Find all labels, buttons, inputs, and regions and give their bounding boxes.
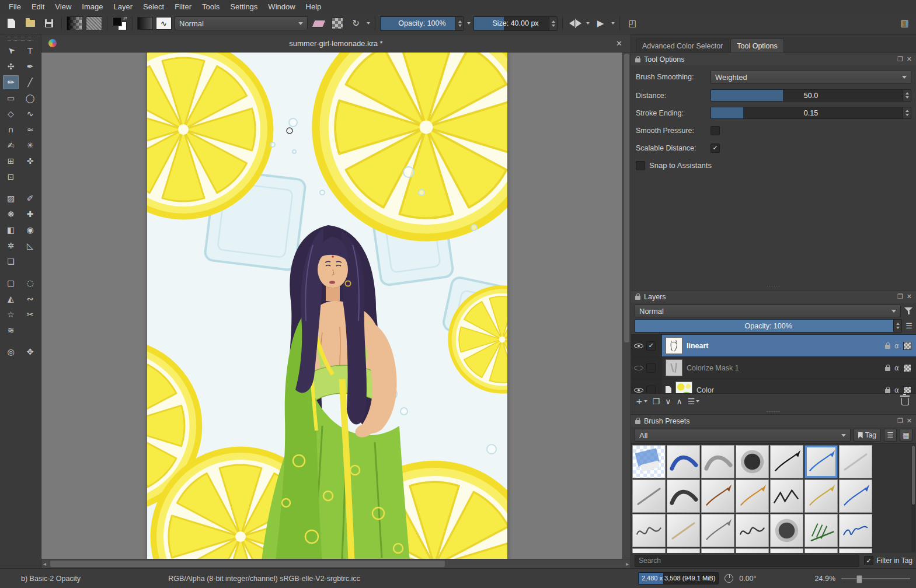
menu-tools[interactable]: Tools: [197, 1, 225, 12]
menu-filter[interactable]: Filter: [169, 1, 197, 12]
polygon-tool[interactable]: ◇: [3, 107, 19, 121]
inherit-alpha-icon[interactable]: α: [894, 342, 899, 350]
line-tool[interactable]: ╱: [22, 75, 38, 89]
distance-slider[interactable]: 50.0: [710, 89, 911, 102]
brush-preset-thumbnail[interactable]: [667, 548, 700, 553]
layer-lock-icon[interactable]: [885, 367, 890, 371]
similar-color-select-tool[interactable]: ☆: [3, 307, 19, 321]
layer-properties-icon[interactable]: ☰: [905, 321, 912, 330]
zoom-slider[interactable]: [841, 575, 910, 583]
layer-checkbox[interactable]: [646, 386, 656, 394]
pattern-edit-tool[interactable]: ❋: [3, 207, 19, 221]
select-shapes-tool[interactable]: ➤: [3, 44, 19, 58]
current-preset-name[interactable]: b) Basic-2 Opacity: [21, 575, 81, 583]
swap-colors-icon[interactable]: ⇄: [123, 16, 127, 21]
freehand-select-tool[interactable]: ∾: [22, 292, 38, 306]
menu-layer[interactable]: Layer: [108, 1, 138, 12]
smooth-pressure-checkbox[interactable]: [710, 126, 720, 135]
tag-button[interactable]: Tag: [854, 429, 881, 442]
layer-row-color[interactable]: Colorα: [631, 379, 916, 394]
menu-window[interactable]: Window: [263, 1, 300, 12]
brush-preset-thumbnail[interactable]: [839, 548, 872, 553]
crop-tool[interactable]: ⊡: [3, 170, 19, 184]
multibrush-tool[interactable]: ✳: [22, 138, 38, 152]
brush-preset-thumbnail[interactable]: [839, 480, 872, 513]
stroke-ending-spin-arrows[interactable]: [903, 107, 911, 118]
layer-visibility-icon[interactable]: [634, 341, 643, 351]
brush-preset-thumbnail[interactable]: [736, 445, 769, 478]
mirror-vertical-button[interactable]: ▶: [593, 16, 608, 31]
color-sampler-tool[interactable]: ✐: [22, 191, 38, 205]
tab-tool-options[interactable]: Tool Options: [730, 38, 783, 52]
choose-workspace-button[interactable]: ▥: [897, 16, 912, 31]
vertical-scrollbar[interactable]: [622, 52, 631, 559]
grid-view-button[interactable]: ▦: [900, 429, 912, 442]
brush-preset-thumbnail[interactable]: [632, 445, 666, 478]
polyline-tool[interactable]: ∿: [22, 107, 38, 121]
zoom-slider-knob[interactable]: [856, 575, 862, 583]
brush-preset-thumbnail[interactable]: [736, 480, 769, 513]
edit-shapes-tool[interactable]: ✣: [3, 60, 19, 74]
layer-lock-icon[interactable]: [885, 345, 890, 349]
brush-preset-thumbnail[interactable]: [632, 548, 666, 553]
alpha-lock-icon[interactable]: [903, 342, 911, 350]
gradient-swatch[interactable]: [67, 16, 83, 30]
scroll-right-icon[interactable]: ▸: [626, 561, 629, 567]
elliptical-select-tool[interactable]: ◌: [22, 276, 38, 290]
brush-preset-thumbnail[interactable]: [804, 445, 838, 478]
float-docker-icon[interactable]: ❐: [897, 293, 903, 300]
brush-preset-thumbnail[interactable]: [736, 548, 769, 553]
freehand-path-tool[interactable]: ≈: [22, 123, 38, 136]
transform-tool[interactable]: ⊞: [3, 154, 19, 168]
layer-blending-mode-dropdown[interactable]: Normal: [635, 304, 901, 317]
float-docker-icon[interactable]: ❐: [897, 55, 903, 63]
brush-grid-scrollbar[interactable]: [911, 445, 915, 552]
inherit-alpha-icon[interactable]: α: [894, 386, 899, 394]
layer-properties-button[interactable]: ☰: [688, 397, 700, 406]
brush-preset-thumbnail[interactable]: [701, 514, 734, 547]
polygonal-select-tool[interactable]: ◭: [3, 292, 19, 306]
brush-grid-scrollbar-thumb[interactable]: [912, 446, 915, 505]
brush-search-input[interactable]: [635, 555, 859, 567]
smart-patch-tool[interactable]: ✚: [22, 207, 38, 221]
layer-row-colorize-mask-1[interactable]: Colorize Mask 1α: [631, 357, 916, 379]
move-tool[interactable]: ✜: [22, 154, 38, 168]
menu-help[interactable]: Help: [301, 1, 327, 12]
brush-size-slider[interactable]: Size: 40.00 px: [473, 16, 558, 31]
dynamic-brush-tool[interactable]: ✍: [3, 138, 19, 152]
docker-resize-handle[interactable]: ······: [636, 284, 911, 289]
close-docker-icon[interactable]: ✕: [907, 293, 912, 300]
chevron-down-icon[interactable]: [586, 22, 590, 24]
toolbox-drag-handle[interactable]: [8, 37, 33, 41]
ellipse-tool[interactable]: ◯: [22, 91, 38, 105]
blending-mode-dropdown[interactable]: Normal: [175, 16, 308, 30]
eraser-mode-button[interactable]: [311, 16, 326, 31]
vertical-scrollbar-thumb[interactable]: [624, 54, 629, 342]
horizontal-scrollbar-thumb[interactable]: [50, 561, 445, 567]
rectangular-select-tool[interactable]: ▢: [3, 276, 19, 290]
brush-preset-thumbnail[interactable]: [701, 548, 734, 553]
new-document-button[interactable]: [4, 16, 19, 31]
delete-layer-button[interactable]: [901, 398, 909, 405]
size-spin-arrows[interactable]: [549, 17, 557, 30]
menu-select[interactable]: Select: [138, 1, 169, 12]
bezier-curve-tool[interactable]: ∩: [3, 123, 19, 136]
preserve-alpha-button[interactable]: [329, 16, 345, 31]
brush-preset-thumbnail[interactable]: [632, 514, 666, 547]
zoom-percentage[interactable]: 24.9%: [815, 575, 835, 583]
move-layer-down-button[interactable]: ∨: [665, 397, 671, 406]
brush-preset-thumbnail[interactable]: [839, 514, 872, 547]
fg-bg-color-selector[interactable]: ⇄: [112, 16, 127, 30]
layer-opacity-spin-arrows[interactable]: [893, 320, 901, 332]
opacity-slider[interactable]: Opacity: 100%: [380, 16, 464, 31]
inherit-alpha-icon[interactable]: α: [894, 364, 899, 372]
brush-preset-thumbnail[interactable]: [770, 514, 803, 547]
docker-resize-handle[interactable]: ······: [631, 409, 916, 414]
bezier-select-tool[interactable]: ✂: [22, 307, 38, 321]
docker-lock-icon[interactable]: [635, 420, 640, 424]
fill-tool[interactable]: ◧: [3, 223, 19, 237]
brush-preset-thumbnail[interactable]: [632, 480, 666, 513]
close-docker-icon[interactable]: ✕: [907, 417, 912, 425]
brush-smoothing-dropdown[interactable]: Weighted: [710, 70, 911, 84]
canvas-artwork[interactable]: [147, 52, 507, 559]
